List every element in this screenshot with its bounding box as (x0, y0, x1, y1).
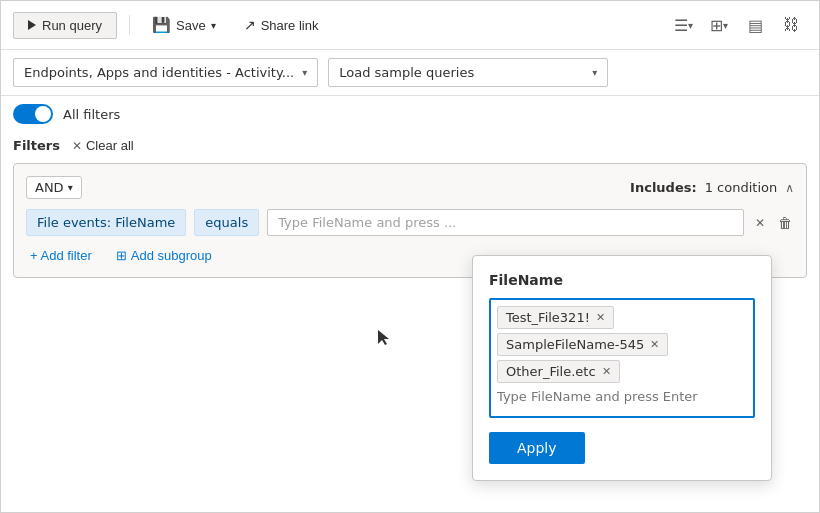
filters-heading: Filters (13, 138, 60, 153)
save-label: Save (176, 18, 206, 33)
and-label: AND (35, 180, 64, 195)
source-dropdown-chevron-icon: ▾ (302, 67, 307, 78)
popup-title: FileName (489, 272, 755, 288)
share-link-button[interactable]: ↗ Share link (234, 12, 329, 38)
filter-value-clear-button[interactable]: ✕ (752, 215, 768, 231)
includes-info: Includes: 1 condition ∧ (630, 180, 794, 195)
share-icon: ↗ (244, 17, 256, 33)
filter-field-chip[interactable]: File events: FileName (26, 209, 186, 236)
collapse-icon[interactable]: ∧ (785, 181, 794, 195)
filter-row: File events: FileName equals Type FileNa… (26, 209, 794, 236)
sample-dropdown-label: Load sample queries (339, 65, 474, 80)
source-dropdown-label: Endpoints, Apps and identities - Activit… (24, 65, 294, 80)
toggle-knob (35, 106, 51, 122)
add-subgroup-button[interactable]: ⊞ Add subgroup (112, 246, 216, 265)
clear-all-label: Clear all (86, 138, 134, 153)
tag-item: Test_File321! ✕ (497, 306, 614, 329)
toolbar-right-actions: ☰ ▾ ⊞ ▾ ▤ ⛓ (667, 9, 807, 41)
all-filters-toggle[interactable] (13, 104, 53, 124)
filters-label-row: Filters ✕ Clear all (1, 132, 819, 163)
list-view-button[interactable]: ☰ ▾ (667, 9, 699, 41)
equals-chip-label: equals (205, 215, 248, 230)
list-chevron-icon: ▾ (688, 20, 693, 31)
tag-close-button[interactable]: ✕ (602, 366, 611, 377)
grid-icon: ⊞ (710, 16, 723, 35)
includes-label: Includes: (630, 180, 697, 195)
value-placeholder-text: Type FileName and press ... (278, 215, 456, 230)
tag-close-button[interactable]: ✕ (596, 312, 605, 323)
link-icon: ⛓ (783, 16, 799, 34)
save-chevron-icon: ▾ (211, 20, 216, 31)
and-badge[interactable]: AND ▾ (26, 176, 82, 199)
tag-value: Other_File.etc (506, 364, 596, 379)
save-icon: 💾 (152, 16, 171, 34)
query-bar: Endpoints, Apps and identities - Activit… (1, 50, 819, 96)
apply-label: Apply (517, 440, 557, 456)
apply-button[interactable]: Apply (489, 432, 585, 464)
source-dropdown[interactable]: Endpoints, Apps and identities - Activit… (13, 58, 318, 87)
play-icon (28, 20, 36, 30)
clear-all-x-icon: ✕ (72, 139, 82, 153)
tag-item: SampleFileName-545 ✕ (497, 333, 668, 356)
table-view-button[interactable]: ▤ (739, 9, 771, 41)
filename-popup: FileName Test_File321! ✕ SampleFileName-… (472, 255, 772, 481)
sample-dropdown[interactable]: Load sample queries ▾ (328, 58, 608, 87)
sample-dropdown-chevron-icon: ▾ (592, 67, 597, 78)
add-subgroup-label: Add subgroup (131, 248, 212, 263)
add-subgroup-icon: ⊞ (116, 248, 127, 263)
filter-chip-label: File events: FileName (37, 215, 175, 230)
add-filter-button[interactable]: + Add filter (26, 246, 96, 265)
tags-input-area[interactable]: Test_File321! ✕ SampleFileName-545 ✕ Oth… (489, 298, 755, 418)
tag-close-button[interactable]: ✕ (650, 339, 659, 350)
toolbar-separator (129, 15, 130, 35)
tag-value: Test_File321! (506, 310, 590, 325)
table-icon: ▤ (748, 16, 763, 35)
toolbar: Run query 💾 Save ▾ ↗ Share link ☰ ▾ ⊞ ▾ … (1, 1, 819, 50)
list-icon: ☰ (674, 16, 688, 35)
save-button[interactable]: 💾 Save ▾ (142, 11, 226, 39)
share-link-label: Share link (261, 18, 319, 33)
filter-card-header: AND ▾ Includes: 1 condition ∧ (26, 176, 794, 199)
tag-item: Other_File.etc ✕ (497, 360, 620, 383)
value-input-chip[interactable]: Type FileName and press ... (267, 209, 744, 236)
link-button[interactable]: ⛓ (775, 9, 807, 41)
cursor (378, 330, 388, 344)
filter-delete-button[interactable]: 🗑 (776, 213, 794, 233)
tag-input-field[interactable] (497, 387, 747, 406)
clear-all-button[interactable]: ✕ Clear all (68, 136, 138, 155)
add-filter-label: + Add filter (30, 248, 92, 263)
tag-value: SampleFileName-545 (506, 337, 644, 352)
and-chevron-icon: ▾ (68, 182, 73, 193)
filters-toggle-row: All filters (1, 96, 819, 132)
condition-count: 1 condition (705, 180, 778, 195)
equals-chip[interactable]: equals (194, 209, 259, 236)
all-filters-label: All filters (63, 107, 120, 122)
grid-view-button[interactable]: ⊞ ▾ (703, 9, 735, 41)
run-query-label: Run query (42, 18, 102, 33)
grid-chevron-icon: ▾ (723, 20, 728, 31)
run-query-button[interactable]: Run query (13, 12, 117, 39)
delete-icon: 🗑 (778, 215, 792, 231)
